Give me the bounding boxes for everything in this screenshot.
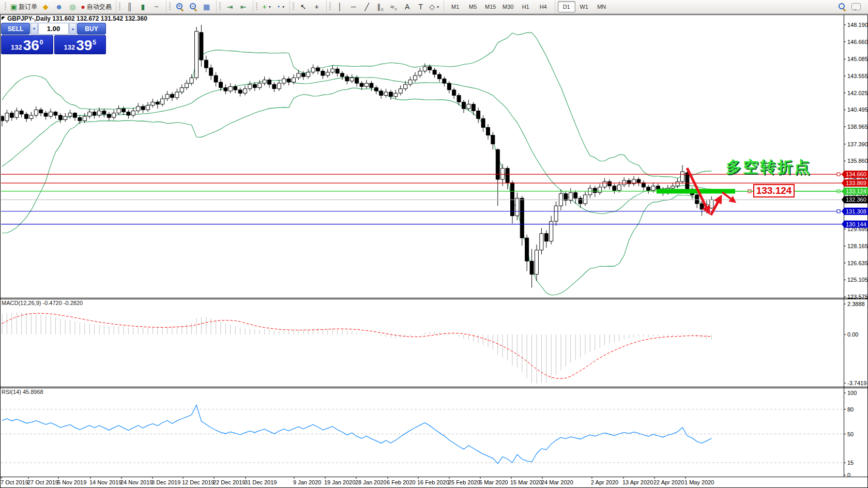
text-icon: A — [405, 1, 409, 12]
buy-price-pip: 5 — [93, 39, 96, 46]
chart-shift-button[interactable]: ⇤ — [237, 1, 250, 12]
timeframe-H4[interactable]: H4 — [535, 1, 552, 12]
chat-icon[interactable] — [851, 3, 861, 10]
vertical-line-button[interactable]: │ — [333, 1, 347, 12]
crosshair-button[interactable]: + — [310, 1, 324, 12]
timeframe-group: D1W1MN — [555, 1, 613, 13]
price-tick: 126.635 — [847, 260, 868, 266]
horizontal-line-button[interactable]: ─ — [347, 1, 360, 12]
zoom-out-button[interactable]: − — [187, 1, 200, 12]
chart-shift-icon: ⇤ — [240, 1, 247, 12]
date-tick: 15 Mar 2020 — [510, 479, 542, 485]
timeframe-MN[interactable]: MN — [593, 1, 611, 12]
date-tick: 5 Mar 2020 — [479, 479, 508, 485]
rsi-tick: 50 — [847, 431, 854, 437]
rsi-indicator-label: RSI(14) 45.8968 — [2, 389, 43, 395]
sell-price-pip: 0 — [40, 39, 43, 46]
auto-scroll-button[interactable]: ⇥ — [223, 1, 237, 12]
shapes-button[interactable]: ◇▾ — [428, 1, 441, 12]
svg-text:130.144: 130.144 — [846, 221, 866, 227]
new-order-button[interactable]: ▣新订单 — [9, 1, 39, 12]
volume-input[interactable]: 1.00 — [38, 23, 69, 35]
icon-subscript: E — [381, 8, 384, 11]
price-tick: 128.165 — [847, 243, 868, 249]
profile-icon: ☻ — [55, 1, 63, 12]
profile-button[interactable]: ☻ — [52, 1, 66, 12]
candlestick-chart-icon: ▮ — [141, 1, 145, 12]
timeframe-W1[interactable]: W1 — [575, 1, 593, 12]
text-button[interactable]: A — [401, 1, 414, 12]
timeframe-H1[interactable]: H1 — [517, 1, 535, 12]
crosshair-icon: + — [315, 1, 319, 12]
volume-increase-button[interactable]: ▲ — [69, 23, 77, 35]
timeframe-M1[interactable]: M1 — [447, 1, 464, 12]
search-icon[interactable] — [838, 3, 846, 11]
line-handle — [837, 173, 840, 176]
svg-text:131.308: 131.308 — [846, 208, 866, 215]
date-tick: 19 Jan 2020 — [324, 479, 356, 485]
sell-price-main: 36 — [23, 39, 39, 52]
price-tick: 125.105 — [847, 277, 868, 283]
line-handle — [837, 210, 840, 213]
dropdown-caret-icon: ▾ — [282, 5, 284, 9]
autotrade-icon: ● — [81, 1, 85, 12]
tile-windows-button[interactable]: ▦ — [200, 1, 214, 12]
chart-style-button[interactable]: ◆ — [39, 1, 52, 12]
line-chart-button[interactable]: ~ — [150, 1, 163, 12]
svg-text:134.660: 134.660 — [846, 171, 866, 177]
sell-price-prefix: 132 — [11, 43, 22, 51]
chart-icon — [2, 17, 5, 20]
buy-price-main: 39 — [76, 39, 92, 52]
timeframe-M30[interactable]: M30 — [499, 1, 517, 12]
price-tick: 140.495 — [847, 106, 868, 113]
periods-button[interactable]: ◔▾ — [273, 1, 287, 12]
channel-button[interactable]: ∥E — [374, 1, 387, 12]
toolbar: ▣新订单◆☻◎●自动交易║▮~+−▦⇥⇤+▾◔▾↖+│─╱∥E≈FAT◇▾M1M… — [0, 0, 868, 14]
price-marker-132.360: 132.360 — [842, 196, 868, 203]
toolbar-grip — [119, 3, 120, 11]
price-tick: 148.190 — [847, 22, 868, 28]
rsi-tick: 15 — [847, 460, 854, 466]
trendline-button[interactable]: ╱ — [360, 1, 374, 12]
autotrade-button[interactable]: ●自动交易 — [79, 1, 113, 12]
macd-indicator-label: MACD(12,26,9) -0.4720 -0.2820 — [2, 300, 83, 306]
timeframe-D1[interactable]: D1 — [558, 1, 575, 12]
indicators-button[interactable]: +▾ — [260, 1, 273, 12]
zoom-in-button[interactable]: + — [173, 1, 187, 12]
vertical-line-icon: │ — [338, 1, 342, 12]
rsi-tick: 80 — [847, 406, 854, 413]
auto-scroll-icon: ⇥ — [227, 1, 233, 12]
rsi-tick: 100 — [847, 390, 857, 396]
timeframe-M15[interactable]: M15 — [482, 1, 499, 12]
bar-chart-button[interactable]: ║ — [123, 1, 136, 12]
price-tick: 146.660 — [847, 39, 868, 45]
date-tick: 12 Dec 2019 — [182, 479, 214, 485]
one-click-trading-panel: SELL ▼ 1.00 ▲ BUY 132 36 0 132 39 5 — [1, 23, 106, 54]
date-tick: 27 Oct 2019 — [27, 479, 58, 485]
buy-price[interactable]: 132 39 5 — [54, 35, 106, 54]
toolbar-grip — [256, 3, 257, 11]
triangle-up-icon: ▲ — [71, 27, 75, 30]
horizontal-line-icon: ─ — [351, 1, 356, 12]
date-tick: 24 Nov 2019 — [120, 479, 153, 485]
buy-button[interactable]: BUY — [77, 23, 106, 35]
candlestick-chart-button[interactable]: ▮ — [136, 1, 150, 12]
volume-decrease-button[interactable]: ▼ — [31, 23, 38, 35]
sell-price[interactable]: 132 36 0 — [1, 35, 53, 54]
date-tick: 28 Jan 2020 — [355, 479, 387, 485]
date-tick: 31 Dec 2019 — [245, 479, 277, 485]
icon-subscript: F — [395, 8, 397, 11]
sell-button[interactable]: SELL — [1, 23, 30, 35]
timeframe-M5[interactable]: M5 — [464, 1, 482, 12]
cursor-button[interactable]: ↖ — [297, 1, 310, 12]
price-tick: 135.860 — [847, 158, 868, 164]
fibonacci-button[interactable]: ≈F — [387, 1, 401, 12]
indicators-icon: + — [263, 1, 267, 12]
date-tick: 14 Nov 2019 — [89, 479, 121, 485]
date-tick: 3 Dec 2019 — [151, 479, 180, 485]
date-tick: 1 May 2020 — [684, 479, 714, 485]
label-icon: T — [418, 1, 423, 12]
label-button[interactable]: T — [414, 1, 428, 12]
periods-icon: ◔ — [276, 1, 280, 12]
news-button[interactable]: ◎ — [66, 1, 79, 12]
